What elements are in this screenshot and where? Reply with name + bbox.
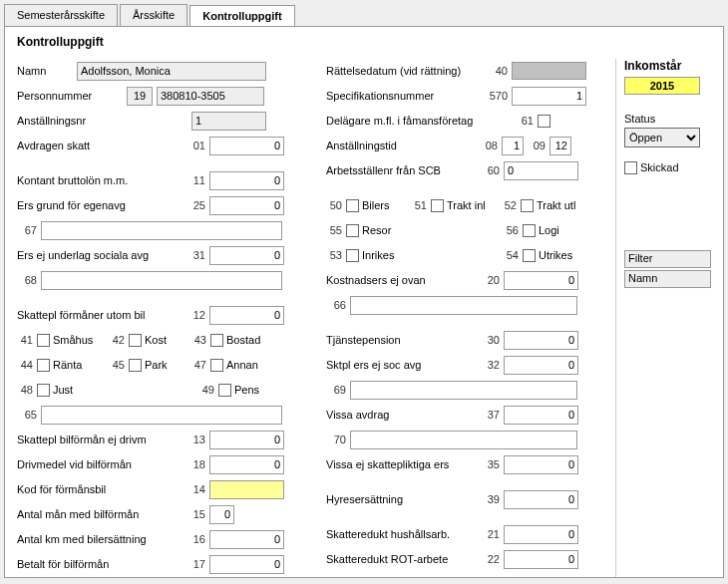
input-rattelsedatum: [512, 62, 586, 80]
checkbox-resor[interactable]: [346, 224, 359, 237]
code-67: 67: [17, 224, 37, 236]
code-22: 22: [480, 553, 500, 565]
code-39: 39: [480, 493, 500, 505]
checkbox-logi[interactable]: [523, 224, 536, 237]
input-70[interactable]: [350, 431, 577, 449]
checkbox-kost[interactable]: [129, 334, 142, 347]
input-65[interactable]: [41, 406, 282, 425]
label-inkomstar: Inkomstår: [624, 59, 711, 73]
input-69[interactable]: [350, 381, 577, 400]
tab-semesterarsskifte[interactable]: Semesterårsskifte: [4, 4, 118, 26]
input-bilforman[interactable]: [209, 431, 284, 449]
checkbox-trakt-inl[interactable]: [431, 199, 444, 212]
code-52: 52: [501, 199, 517, 211]
checkbox-ranta[interactable]: [37, 359, 50, 372]
input-anstallningstid-from[interactable]: [502, 137, 524, 155]
checkbox-park[interactable]: [129, 359, 142, 372]
input-sktpl-ers[interactable]: [504, 356, 578, 375]
label-ers-grund-egenavg: Ers grund för egenavg: [17, 199, 182, 211]
input-vissa-ej-skattepl[interactable]: [504, 455, 578, 474]
checkbox-inrikes[interactable]: [346, 249, 359, 262]
input-antal-man[interactable]: [209, 505, 234, 524]
label-trakt-utl: Trakt utl: [537, 199, 575, 211]
input-specnummer[interactable]: [512, 87, 586, 106]
input-skattepl-formaner[interactable]: [209, 306, 284, 325]
checkbox-just[interactable]: [37, 384, 50, 397]
checkbox-smahus[interactable]: [37, 334, 50, 347]
label-personnummer: Personnummer: [17, 90, 127, 102]
code-30: 30: [480, 334, 500, 346]
checkbox-annan[interactable]: [210, 359, 223, 372]
input-kod-formansbil[interactable]: [209, 480, 284, 499]
label-bostad: Bostad: [226, 334, 260, 346]
label-antal-man: Antal mån med bilförmån: [17, 508, 182, 520]
label-skatteredukt-rot: Skatteredukt ROT-arbete: [326, 553, 476, 565]
code-60: 60: [480, 164, 500, 176]
code-11: 11: [185, 174, 205, 186]
code-54: 54: [503, 249, 519, 261]
code-20: 20: [480, 274, 500, 286]
input-antal-km[interactable]: [209, 530, 284, 549]
input-arbetsstallenr[interactable]: [504, 161, 578, 180]
tab-arsskifte[interactable]: Årsskifte: [120, 4, 187, 26]
tab-kontrolluppgift[interactable]: Kontrolluppgift: [189, 5, 294, 27]
input-kostnadsers[interactable]: [504, 271, 578, 290]
checkbox-delagare[interactable]: [538, 115, 550, 128]
input-68[interactable]: [41, 271, 282, 290]
label-ranta: Ränta: [53, 359, 105, 371]
label-sktpl-ers: Sktpl ers ej soc avg: [326, 359, 476, 371]
input-67[interactable]: [41, 221, 282, 240]
input-drivmedel[interactable]: [209, 455, 284, 474]
code-47: 47: [190, 359, 206, 371]
label-inrikes: Inrikes: [362, 249, 499, 261]
code-49: 49: [198, 384, 214, 396]
code-14: 14: [185, 483, 205, 495]
label-skattepl-formaner: Skattepl förmåner utom bil: [17, 309, 182, 321]
checkbox-bilers[interactable]: [346, 199, 359, 212]
checkbox-utrikes[interactable]: [523, 249, 536, 262]
col-right: Inkomstår 2015 Status Öppen Skickad Filt…: [615, 59, 711, 577]
input-hyresersattning[interactable]: [504, 490, 578, 509]
label-smahus: Småhus: [53, 334, 105, 346]
code-69: 69: [326, 384, 346, 396]
code-41: 41: [17, 334, 33, 346]
input-kontant-bruttolon[interactable]: [209, 171, 284, 190]
input-ers-grund-egenavg[interactable]: [209, 196, 284, 215]
code-42: 42: [109, 334, 125, 346]
input-betalt-bilforman[interactable]: [209, 555, 284, 574]
label-status: Status: [624, 113, 711, 125]
label-bilforman: Skattepl bilförmån ej drivm: [17, 434, 182, 445]
input-personnr-century: [127, 87, 153, 106]
input-tjanstepension[interactable]: [504, 331, 578, 350]
namn-box[interactable]: Namn: [624, 270, 711, 288]
code-13: 13: [185, 434, 205, 445]
code-65: 65: [17, 409, 37, 421]
label-specnummer: Specifikationsnummer: [326, 90, 476, 102]
code-51: 51: [411, 199, 427, 211]
code-09: 09: [528, 140, 546, 151]
checkbox-trakt-utl[interactable]: [521, 199, 534, 212]
input-avdragen-skatt[interactable]: [209, 137, 284, 155]
input-anstallningstid-to[interactable]: [549, 137, 571, 155]
code-56: 56: [503, 224, 519, 236]
input-ers-ej-underlag[interactable]: [209, 246, 284, 265]
code-35: 35: [480, 458, 500, 470]
input-namn: [77, 62, 266, 81]
checkbox-bostad[interactable]: [210, 334, 223, 347]
checkbox-skickad[interactable]: [624, 161, 637, 174]
code-31: 31: [185, 249, 205, 261]
checkbox-pens[interactable]: [218, 384, 231, 397]
input-anstnr: [191, 112, 266, 131]
filter-box[interactable]: Filter: [624, 250, 711, 268]
input-skatteredukt-rot[interactable]: [504, 550, 578, 569]
label-just: Just: [53, 384, 194, 396]
code-32: 32: [480, 359, 500, 371]
label-utrikes: Utrikes: [539, 249, 572, 261]
code-44: 44: [17, 359, 33, 371]
input-vissa-avdrag[interactable]: [504, 406, 578, 425]
input-66[interactable]: [350, 296, 577, 315]
input-skatteredukt-hush[interactable]: [504, 525, 578, 544]
select-status[interactable]: Öppen: [624, 128, 700, 147]
label-kod-formansbil: Kod för förmånsbil: [17, 483, 182, 495]
col-mid: Rättelsedatum (vid rättning) 40 Specifik…: [326, 59, 605, 577]
